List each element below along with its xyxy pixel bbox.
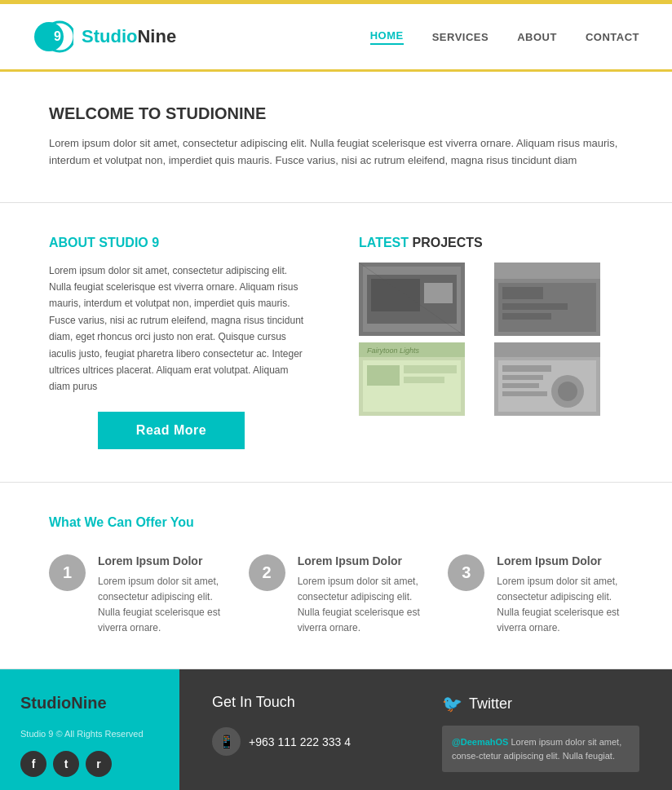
projects-column: LATEST Projects [359,236,623,449]
phone-row: 📱 +963 111 222 333 4 [212,727,409,756]
service-item-3: 3 Lorem Ipsum Dolor Lorem ipsum dolor si… [448,554,623,637]
svg-rect-7 [424,283,453,303]
projects-grid: Fairytoon Lights [359,263,623,416]
services-grid: 1 Lorem Ipsum Dolor Lorem ipsum dolor si… [49,554,623,637]
svg-point-26 [558,382,577,401]
tweet-box: @DeemahOS Lorem ipsum dolor sit amet, co… [442,726,639,772]
service-number-2: 2 [249,554,285,591]
project-thumb-3[interactable]: Fairytoon Lights [359,342,465,416]
svg-rect-6 [371,279,420,311]
project-thumb-1[interactable] [359,263,465,336]
svg-text:9: 9 [54,29,61,43]
project-thumb-1-inner [359,263,465,336]
logo: 9 StudioNine [33,16,176,57]
project-thumb-4-inner [494,342,600,416]
svg-rect-27 [502,365,551,372]
footer-twitter: 🐦 Twitter @DeemahOS Lorem ipsum dolor si… [442,694,639,790]
header: 9 StudioNine HOME SERVICES ABOUT CONTACT [0,4,672,72]
footer-brand2: Nine [71,694,106,712]
svg-rect-29 [502,383,539,388]
tweet-handle: @DeemahOS [452,737,508,747]
logo-text: StudioNine [82,26,176,47]
welcome-section: WELCOME To StudioNine Lorem ipsum dolor … [0,72,672,203]
footer-contact: Get In Touch 📱 +963 111 222 333 4 [212,694,409,790]
nav-contact[interactable]: CONTACT [586,31,639,43]
twitter-bird-icon: 🐦 [442,694,462,713]
svg-rect-10 [494,263,600,279]
contact-title: Get In Touch [212,694,409,711]
service-number-1: 1 [49,554,86,591]
service-title-2: Lorem Ipsum Dolor [298,554,424,567]
phone-number: +963 111 222 333 4 [249,735,351,748]
welcome-body: Lorem ipsum dolor sit amet, consectetur … [49,135,623,170]
twitter-icon[interactable]: t [53,751,79,777]
nav-home[interactable]: HOME [370,29,404,45]
facebook-icon[interactable]: f [20,751,46,777]
about-body: Lorem ipsum dolor sit amet, consectetur … [49,263,310,395]
svg-rect-12 [502,287,543,299]
services-title: What We Can Offer You [49,515,623,530]
projects-title-prefix: LATEST [359,236,409,249]
service-body-1: Lorem ipsum dolor sit amet, consectetur … [98,574,224,637]
project-thumb-4[interactable] [494,342,600,416]
projects-title: LATEST Projects [359,236,623,250]
logo-brand1: Studio [82,26,137,46]
service-title-3: Lorem Ipsum Dolor [497,554,623,567]
services-section: What We Can Offer You 1 Lorem Ipsum Dolo… [0,483,672,670]
footer-left: StudioNine Studio 9 © All Rights Reserve… [0,669,179,790]
footer-brand1: Studio [20,694,71,712]
service-content-2: Lorem Ipsum Dolor Lorem ipsum dolor sit … [298,554,424,637]
project-thumb-2-inner [494,263,600,336]
service-item-2: 2 Lorem Ipsum Dolor Lorem ipsum dolor si… [249,554,424,637]
projects-title-suffix: Projects [409,236,483,249]
twitter-title-text: Twitter [469,695,512,713]
svg-rect-30 [502,391,547,396]
logo-brand2: Nine [137,26,176,46]
svg-rect-23 [494,342,600,357]
svg-rect-21 [404,377,444,383]
service-content-3: Lorem Ipsum Dolor Lorem ipsum dolor sit … [497,554,623,637]
svg-rect-13 [502,303,568,310]
svg-rect-14 [502,313,551,320]
logo-icon: 9 [33,16,73,57]
footer-brand: StudioNine [20,694,159,713]
about-title: ABOUT Studio 9 [49,236,310,250]
nav-services[interactable]: SERVICES [432,31,489,43]
svg-text:Fairytoon Lights: Fairytoon Lights [367,346,420,355]
footer-right: Get In Touch 📱 +963 111 222 333 4 🐦 Twit… [179,669,672,790]
about-projects-section: ABOUT Studio 9 Lorem ipsum dolor sit ame… [0,203,672,483]
main-nav: HOME SERVICES ABOUT CONTACT [370,29,639,45]
rss-icon[interactable]: r [86,751,112,777]
footer: StudioNine Studio 9 © All Rights Reserve… [0,669,672,790]
footer-copyright: Studio 9 © All Rights Reserved [20,729,159,739]
svg-rect-20 [404,365,457,373]
nav-about[interactable]: ABOUT [517,31,557,43]
read-more-button[interactable]: Read More [98,412,245,449]
phone-icon: 📱 [212,727,241,756]
svg-rect-28 [502,375,543,380]
welcome-title-suffix: Nine [228,104,267,122]
service-title-1: Lorem Ipsum Dolor [98,554,224,567]
welcome-title-prefix: WELCOME To Studio [49,104,228,122]
project-thumb-2[interactable] [494,263,600,336]
service-item-1: 1 Lorem Ipsum Dolor Lorem ipsum dolor si… [49,554,224,637]
about-column: ABOUT Studio 9 Lorem ipsum dolor sit ame… [49,236,310,449]
social-icons: f t r [20,751,159,777]
service-content-1: Lorem Ipsum Dolor Lorem ipsum dolor sit … [98,554,224,637]
tweet-text: @DeemahOS Lorem ipsum dolor sit amet, co… [452,735,630,762]
service-number-3: 3 [448,554,484,591]
svg-rect-19 [367,365,400,386]
service-body-3: Lorem ipsum dolor sit amet, consectetur … [497,574,623,637]
project-thumb-3-inner: Fairytoon Lights [359,342,465,416]
twitter-title: 🐦 Twitter [442,694,639,713]
welcome-title: WELCOME To StudioNine [49,104,623,123]
service-body-2: Lorem ipsum dolor sit amet, consectetur … [298,574,424,637]
